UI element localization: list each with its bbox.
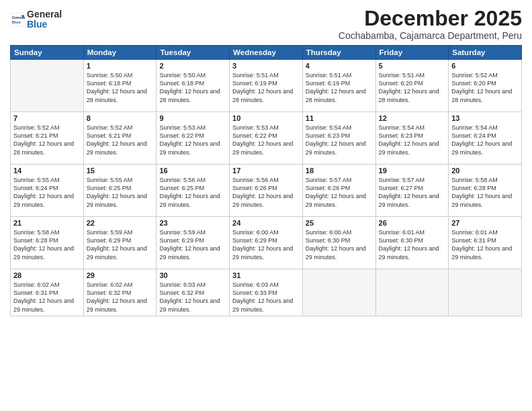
day-number: 28: [13, 271, 81, 279]
day-number: 30: [159, 271, 226, 279]
day-number: 12: [379, 114, 446, 122]
col-monday: Monday: [83, 46, 157, 60]
day-number: 22: [87, 219, 154, 227]
day-cell-31: 31Sunrise: 6:03 AMSunset: 6:33 PMDayligh…: [230, 269, 303, 316]
day-number: 7: [13, 114, 81, 122]
day-info: Sunrise: 5:52 AMSunset: 6:21 PMDaylight:…: [13, 124, 81, 156]
day-cell-11: 11Sunrise: 5:54 AMSunset: 6:23 PMDayligh…: [302, 112, 375, 165]
day-cell-1: 1Sunrise: 5:50 AMSunset: 6:18 PMDaylight…: [83, 60, 157, 112]
day-cell-6: 6Sunrise: 5:52 AMSunset: 6:20 PMDaylight…: [449, 60, 522, 112]
day-number: 5: [379, 62, 446, 70]
day-cell-empty: [302, 269, 375, 316]
calendar-table: Sunday Monday Tuesday Wednesday Thursday…: [10, 45, 522, 316]
col-sunday: Sunday: [11, 46, 84, 60]
calendar-page: General Blue General Blue December 2025 …: [0, 0, 532, 411]
day-info: Sunrise: 5:53 AMSunset: 6:22 PMDaylight:…: [159, 124, 226, 156]
svg-text:Blue: Blue: [12, 20, 21, 24]
day-cell-12: 12Sunrise: 5:54 AMSunset: 6:23 PMDayligh…: [375, 112, 449, 165]
day-cell-30: 30Sunrise: 6:03 AMSunset: 6:32 PMDayligh…: [157, 269, 230, 316]
day-info: Sunrise: 5:54 AMSunset: 6:23 PMDaylight:…: [379, 124, 446, 156]
day-cell-21: 21Sunrise: 5:58 AMSunset: 6:28 PMDayligh…: [11, 217, 84, 269]
day-info: Sunrise: 6:03 AMSunset: 6:33 PMDaylight:…: [232, 281, 300, 314]
day-info: Sunrise: 5:59 AMSunset: 6:29 PMDaylight:…: [159, 228, 226, 261]
logo-general-text: General: [27, 9, 62, 19]
day-cell-16: 16Sunrise: 5:56 AMSunset: 6:25 PMDayligh…: [157, 165, 230, 217]
logo-icon: General Blue: [10, 12, 25, 27]
week-row-1: 1Sunrise: 5:50 AMSunset: 6:18 PMDaylight…: [11, 60, 522, 112]
day-info: Sunrise: 5:54 AMSunset: 6:24 PMDaylight:…: [451, 124, 519, 156]
week-row-5: 28Sunrise: 6:02 AMSunset: 6:31 PMDayligh…: [11, 269, 522, 316]
day-number: 15: [87, 167, 154, 175]
day-cell-empty: [375, 269, 449, 316]
day-cell-17: 17Sunrise: 5:56 AMSunset: 6:26 PMDayligh…: [230, 165, 303, 217]
col-wednesday: Wednesday: [230, 46, 303, 60]
day-number: 19: [379, 167, 446, 175]
day-info: Sunrise: 5:52 AMSunset: 6:21 PMDaylight:…: [87, 124, 154, 156]
day-info: Sunrise: 5:58 AMSunset: 6:28 PMDaylight:…: [13, 228, 81, 261]
day-cell-10: 10Sunrise: 5:53 AMSunset: 6:22 PMDayligh…: [230, 112, 303, 165]
day-cell-4: 4Sunrise: 5:51 AMSunset: 6:19 PMDaylight…: [302, 60, 375, 112]
day-cell-29: 29Sunrise: 6:02 AMSunset: 6:32 PMDayligh…: [83, 269, 157, 316]
day-cell-14: 14Sunrise: 5:55 AMSunset: 6:24 PMDayligh…: [11, 165, 84, 217]
day-info: Sunrise: 5:55 AMSunset: 6:24 PMDaylight:…: [13, 176, 81, 209]
day-cell-26: 26Sunrise: 6:01 AMSunset: 6:30 PMDayligh…: [375, 217, 449, 269]
day-number: 11: [306, 114, 373, 122]
day-number: 6: [451, 62, 519, 70]
day-cell-9: 9Sunrise: 5:53 AMSunset: 6:22 PMDaylight…: [157, 112, 230, 165]
day-info: Sunrise: 5:53 AMSunset: 6:22 PMDaylight:…: [232, 124, 300, 156]
week-row-2: 7Sunrise: 5:52 AMSunset: 6:21 PMDaylight…: [11, 112, 522, 165]
week-row-4: 21Sunrise: 5:58 AMSunset: 6:28 PMDayligh…: [11, 217, 522, 269]
day-info: Sunrise: 5:59 AMSunset: 6:29 PMDaylight:…: [87, 228, 154, 261]
day-number: 29: [87, 271, 154, 279]
day-info: Sunrise: 5:50 AMSunset: 6:18 PMDaylight:…: [87, 71, 154, 104]
day-info: Sunrise: 6:01 AMSunset: 6:30 PMDaylight:…: [379, 228, 446, 261]
day-number: 9: [159, 114, 226, 122]
day-info: Sunrise: 6:02 AMSunset: 6:32 PMDaylight:…: [87, 281, 154, 314]
day-number: 3: [232, 62, 300, 70]
logo-blue-text: Blue: [27, 19, 47, 30]
day-cell-3: 3Sunrise: 5:51 AMSunset: 6:19 PMDaylight…: [230, 60, 303, 112]
day-cell-15: 15Sunrise: 5:55 AMSunset: 6:25 PMDayligh…: [83, 165, 157, 217]
day-number: 24: [232, 219, 300, 227]
day-number: 18: [306, 167, 373, 175]
day-number: 8: [87, 114, 154, 122]
day-number: 13: [451, 114, 519, 122]
day-number: 26: [379, 219, 446, 227]
week-row-3: 14Sunrise: 5:55 AMSunset: 6:24 PMDayligh…: [11, 165, 522, 217]
day-info: Sunrise: 5:52 AMSunset: 6:20 PMDaylight:…: [451, 71, 519, 104]
day-info: Sunrise: 5:55 AMSunset: 6:25 PMDaylight:…: [87, 176, 154, 209]
day-number: 10: [232, 114, 300, 122]
col-tuesday: Tuesday: [157, 46, 230, 60]
day-number: 25: [306, 219, 373, 227]
col-friday: Friday: [375, 46, 449, 60]
day-info: Sunrise: 5:54 AMSunset: 6:23 PMDaylight:…: [306, 124, 373, 156]
day-number: 4: [306, 62, 373, 70]
day-number: 17: [232, 167, 300, 175]
col-saturday: Saturday: [449, 46, 522, 60]
title-block: December 2025 Cochabamba, Cajamarca Depa…: [339, 7, 522, 41]
day-number: 23: [159, 219, 226, 227]
day-info: Sunrise: 5:56 AMSunset: 6:25 PMDaylight:…: [159, 176, 226, 209]
day-cell-13: 13Sunrise: 5:54 AMSunset: 6:24 PMDayligh…: [449, 112, 522, 165]
day-number: 1: [87, 62, 154, 70]
day-number: 31: [232, 271, 300, 279]
day-info: Sunrise: 6:02 AMSunset: 6:31 PMDaylight:…: [13, 281, 81, 314]
day-cell-5: 5Sunrise: 5:51 AMSunset: 6:20 PMDaylight…: [375, 60, 449, 112]
day-cell-18: 18Sunrise: 5:57 AMSunset: 6:26 PMDayligh…: [302, 165, 375, 217]
page-header: General Blue General Blue December 2025 …: [10, 7, 522, 41]
day-cell-19: 19Sunrise: 5:57 AMSunset: 6:27 PMDayligh…: [375, 165, 449, 217]
day-number: 16: [159, 167, 226, 175]
day-info: Sunrise: 5:57 AMSunset: 6:27 PMDaylight:…: [379, 176, 446, 209]
day-info: Sunrise: 5:57 AMSunset: 6:26 PMDaylight:…: [306, 176, 373, 209]
day-cell-empty: [11, 60, 84, 112]
day-info: Sunrise: 5:51 AMSunset: 6:20 PMDaylight:…: [379, 71, 446, 104]
day-info: Sunrise: 5:56 AMSunset: 6:26 PMDaylight:…: [232, 176, 300, 209]
day-info: Sunrise: 5:58 AMSunset: 6:28 PMDaylight:…: [451, 176, 519, 209]
weekday-header-row: Sunday Monday Tuesday Wednesday Thursday…: [11, 46, 522, 60]
month-title: December 2025: [339, 7, 522, 30]
day-cell-20: 20Sunrise: 5:58 AMSunset: 6:28 PMDayligh…: [449, 165, 522, 217]
day-cell-27: 27Sunrise: 6:01 AMSunset: 6:31 PMDayligh…: [449, 217, 522, 269]
day-cell-23: 23Sunrise: 5:59 AMSunset: 6:29 PMDayligh…: [157, 217, 230, 269]
day-number: 14: [13, 167, 81, 175]
day-info: Sunrise: 6:01 AMSunset: 6:31 PMDaylight:…: [451, 228, 519, 261]
